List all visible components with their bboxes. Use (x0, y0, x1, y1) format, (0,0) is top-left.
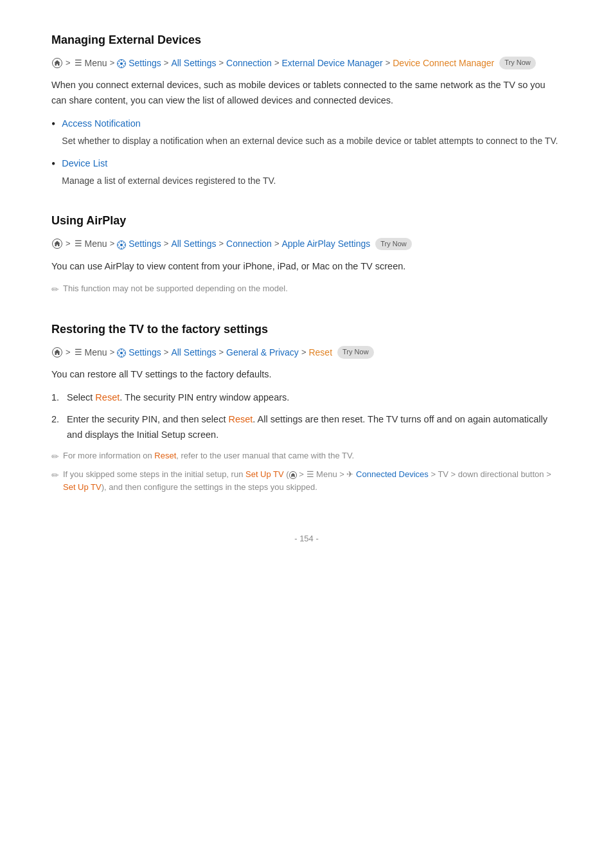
step-2-reset-link[interactable]: Reset (228, 414, 253, 424)
step-1: 1. Select Reset. The security PIN entry … (51, 390, 562, 406)
bc-external-device-manager[interactable]: External Device Manager (281, 56, 382, 70)
connected-devices-icon: ✈ (346, 469, 353, 479)
note2-connected-devices-link[interactable]: Connected Devices (356, 469, 429, 479)
step-2-num: 2. (51, 412, 67, 427)
step-1-reset-link[interactable]: Reset (95, 392, 120, 402)
section3-note1-text: For more information on Reset, refer to … (63, 449, 354, 462)
step-2: 2. Enter the security PIN, and then sele… (51, 412, 562, 443)
bc-settings[interactable]: Settings (129, 56, 161, 70)
section2-body: You can use AirPlay to view content from… (51, 259, 562, 275)
bc2-settings[interactable]: Settings (129, 237, 161, 251)
step-1-num: 1. (51, 390, 67, 405)
section3-note2: ✏ If you skipped some steps in the initi… (51, 468, 562, 494)
section1-body: When you connect external devices, such … (51, 78, 562, 109)
bullet-dot-1: • (51, 115, 55, 134)
section2-breadcrumb: > ☰ Menu > Settings > All Settings > Con… (51, 237, 562, 251)
section1-breadcrumb: > ☰ Menu > Settings > All Settings > Con… (51, 56, 562, 70)
try-now-badge-2[interactable]: Try Now (375, 238, 412, 251)
bc2-sep1: > (66, 237, 71, 251)
bc2-menu-icon: ☰ (75, 237, 82, 251)
bc3-general-privacy[interactable]: General & Privacy (226, 345, 299, 359)
section-using-airplay: Using AirPlay > ☰ Menu > Settings > (51, 212, 562, 297)
svg-point-5 (120, 244, 123, 246)
section3-body: You can restore all TV settings to the f… (51, 367, 562, 383)
note1-reset-link[interactable]: Reset (154, 451, 176, 460)
bc-menu-label: Menu (85, 56, 107, 70)
bc2-menu-label: Menu (85, 237, 107, 251)
bc2-all-settings[interactable]: All Settings (171, 237, 216, 251)
bc3-sep4: > (218, 346, 224, 359)
bc3-menu-label: Menu (85, 345, 107, 359)
svg-point-2 (120, 62, 123, 65)
bc3-menu-icon: ☰ (75, 346, 82, 359)
section2-title: Using AirPlay (51, 212, 562, 230)
bc3-all-settings[interactable]: All Settings (171, 345, 216, 359)
section3-breadcrumb: > ☰ Menu > Settings > All Settings > Gen… (51, 345, 562, 359)
bc-sep6: > (386, 57, 391, 70)
bullet-item-access-notification: • Access Notification Set whether to dis… (51, 116, 562, 149)
bc3-reset[interactable]: Reset (308, 345, 332, 359)
bc3-sep1: > (66, 346, 71, 359)
settings-icon-2 (117, 237, 127, 251)
section3-note2-text: If you skipped some steps in the initial… (63, 468, 562, 494)
bc-connection1[interactable]: Connection (226, 56, 272, 70)
bc2-apple-airplay-settings[interactable]: Apple AirPlay Settings (281, 237, 370, 251)
section1-bullets: • Access Notification Set whether to dis… (51, 116, 562, 188)
section1-title: Managing External Devices (51, 31, 562, 50)
page-number: - 154 - (294, 534, 319, 543)
pencil-icon-2: ✏ (51, 450, 59, 464)
section-managing-external-devices: Managing External Devices > ☰ Menu > Set (51, 31, 562, 188)
settings-icon-3 (117, 345, 127, 359)
section3-note1: ✏ For more information on Reset, refer t… (51, 449, 562, 464)
bc2-sep4: > (218, 237, 224, 251)
bc2-sep3: > (164, 237, 169, 251)
bc2-sep5: > (274, 237, 280, 251)
home-icon-3 (51, 347, 63, 358)
bc-sep1: > (66, 57, 71, 70)
svg-point-8 (120, 352, 123, 354)
bullet-dot-2: • (51, 155, 55, 174)
bc3-sep5: > (301, 346, 306, 359)
bc2-connection[interactable]: Connection (226, 237, 272, 251)
page-content: Managing External Devices > ☰ Menu > Set (0, 0, 613, 584)
bc3-sep3: > (164, 346, 169, 359)
bc2-sep2: > (110, 237, 115, 251)
note2-setup-tv-link1[interactable]: Set Up TV (245, 469, 284, 479)
bc-all-settings1[interactable]: All Settings (171, 56, 216, 70)
bullet-content-1: Access Notification Set whether to displ… (62, 116, 562, 149)
section-restoring-factory: Restoring the TV to the factory settings… (51, 320, 562, 494)
section3-steps: 1. Select Reset. The security PIN entry … (51, 390, 562, 443)
bc-sep5: > (274, 57, 280, 70)
try-now-badge-1[interactable]: Try Now (499, 57, 536, 69)
access-notification-link[interactable]: Access Notification (62, 116, 562, 131)
section3-title: Restoring the TV to the factory settings (51, 320, 562, 339)
step-2-content: Enter the security PIN, and then select … (67, 412, 562, 443)
section2-note: ✏ This function may not be supported dep… (51, 282, 562, 297)
bc3-settings[interactable]: Settings (129, 345, 161, 359)
step-1-content: Select Reset. The security PIN entry win… (67, 390, 562, 406)
settings-icon (117, 56, 127, 70)
device-list-link[interactable]: Device List (62, 156, 562, 171)
bc-sep3: > (164, 57, 169, 70)
pencil-icon-1: ✏ (51, 283, 59, 297)
page-footer: - 154 - (51, 532, 562, 546)
bc-device-connect-manager[interactable]: Device Connect Manager (393, 56, 494, 70)
bc-sep2: > (110, 57, 115, 70)
bc3-sep2: > (110, 346, 115, 359)
home-icon (51, 57, 63, 69)
bc-sep4: > (218, 57, 224, 70)
home-icon-2 (51, 238, 63, 249)
access-notification-desc: Set whether to display a notification wh… (62, 136, 558, 146)
bullet-item-device-list: • Device List Manage a list of external … (51, 156, 562, 188)
note2-setup-tv-link2[interactable]: Set Up TV (63, 482, 102, 492)
device-list-desc: Manage a list of external devices regist… (62, 176, 276, 186)
try-now-badge-3[interactable]: Try Now (337, 346, 374, 359)
bullet-content-2: Device List Manage a list of external de… (62, 156, 562, 188)
pencil-icon-3: ✏ (51, 469, 59, 483)
bc-menu-icon: ☰ (75, 57, 82, 70)
section2-note-text: This function may not be supported depen… (63, 282, 288, 295)
